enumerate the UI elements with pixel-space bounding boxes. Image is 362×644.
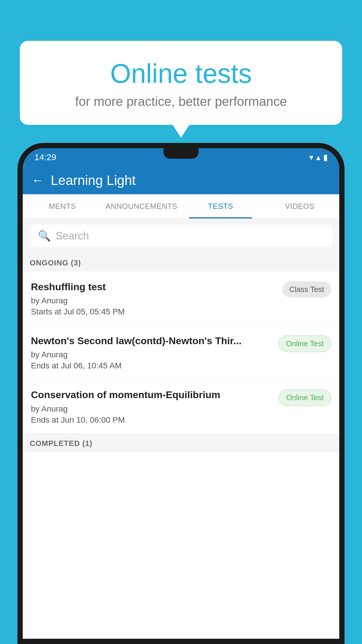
completed-title: COMPLETED (1) bbox=[30, 439, 92, 448]
bubble-title: Online tests bbox=[34, 58, 328, 89]
test-by-3: by Anurag bbox=[31, 404, 273, 414]
test-name-1: Reshuffling test bbox=[31, 280, 277, 293]
speech-bubble: Online tests for more practice, better p… bbox=[20, 41, 342, 125]
search-placeholder: Search bbox=[56, 230, 89, 242]
signal-icon: ▴ bbox=[316, 153, 320, 162]
phone-notch bbox=[164, 148, 198, 159]
bubble-subtitle: for more practice, better performance bbox=[34, 94, 328, 109]
tab-tests[interactable]: TESTS bbox=[181, 194, 260, 218]
app-header: ← Learning Light bbox=[23, 166, 339, 194]
phone-frame: 14:29 ▾ ▴ ▮ ← Learning Light MENTS ANNOU… bbox=[17, 143, 345, 644]
test-info-1: Reshuffling test by Anurag Starts at Jul… bbox=[31, 280, 282, 316]
tab-ments[interactable]: MENTS bbox=[23, 194, 102, 218]
test-date-3: Ends at Jun 10, 06:00 PM bbox=[31, 415, 273, 425]
test-badge-1: Class Test bbox=[282, 281, 331, 298]
completed-section-header: COMPLETED (1) bbox=[23, 434, 339, 452]
test-name-3: Conservation of momentum-Equilibrium bbox=[31, 388, 273, 401]
test-badge-2: Online Test bbox=[279, 335, 331, 352]
test-item-1[interactable]: Reshuffling test by Anurag Starts at Jul… bbox=[23, 272, 339, 326]
test-by-2: by Anurag bbox=[31, 350, 273, 359]
test-info-2: Newton's Second law(contd)-Newton's Thir… bbox=[31, 334, 279, 370]
test-name-2: Newton's Second law(contd)-Newton's Thir… bbox=[31, 334, 273, 347]
back-button[interactable]: ← bbox=[31, 173, 44, 187]
test-item-2[interactable]: Newton's Second law(contd)-Newton's Thir… bbox=[23, 326, 339, 379]
tab-announcements[interactable]: ANNOUNCEMENTS bbox=[102, 194, 181, 218]
search-container: 🔍 Search bbox=[23, 219, 339, 253]
test-badge-3: Online Test bbox=[279, 389, 331, 406]
ongoing-title: ONGOING (3) bbox=[30, 258, 81, 267]
phone-screen: 14:29 ▾ ▴ ▮ ← Learning Light MENTS ANNOU… bbox=[23, 148, 339, 639]
search-icon: 🔍 bbox=[38, 230, 51, 242]
test-item-3[interactable]: Conservation of momentum-Equilibrium by … bbox=[23, 379, 339, 433]
test-info-3: Conservation of momentum-Equilibrium by … bbox=[31, 388, 279, 424]
app-title: Learning Light bbox=[51, 172, 136, 188]
wifi-icon: ▾ bbox=[309, 153, 313, 162]
tab-videos[interactable]: VIDEOS bbox=[260, 194, 340, 218]
tests-list: Reshuffling test by Anurag Starts at Jul… bbox=[23, 272, 339, 639]
ongoing-section-header: ONGOING (3) bbox=[23, 253, 339, 272]
status-time: 14:29 bbox=[34, 152, 56, 162]
test-by-1: by Anurag bbox=[31, 296, 277, 305]
tabs-container: MENTS ANNOUNCEMENTS TESTS VIDEOS bbox=[23, 194, 339, 219]
test-date-2: Ends at Jul 06, 10:45 AM bbox=[31, 361, 273, 370]
battery-icon: ▮ bbox=[323, 153, 328, 162]
test-date-1: Starts at Jul 05, 05:45 PM bbox=[31, 307, 277, 316]
status-icons: ▾ ▴ ▮ bbox=[309, 153, 328, 162]
search-bar[interactable]: 🔍 Search bbox=[30, 225, 332, 247]
